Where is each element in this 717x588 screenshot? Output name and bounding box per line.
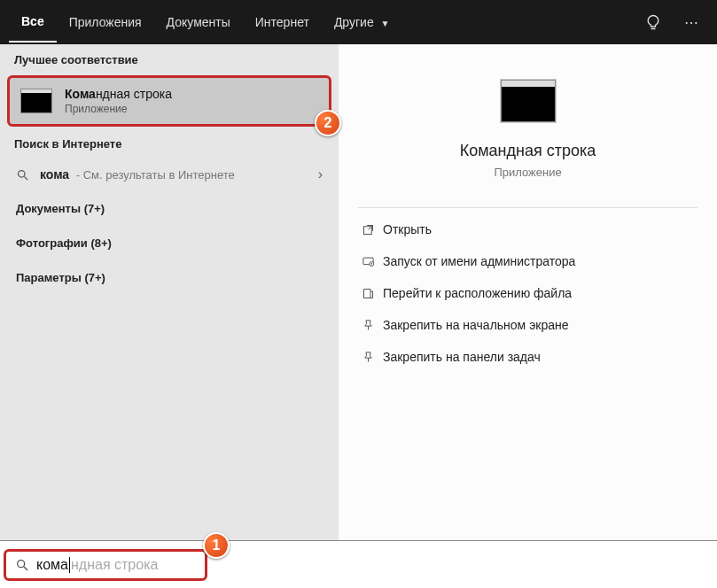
best-match-title: Командная строка <box>65 87 172 101</box>
folder-icon <box>362 287 383 300</box>
tab-more[interactable]: Другие ▼ <box>322 3 402 42</box>
preview-pane: Командная строка Приложение Открыть Запу… <box>339 44 717 540</box>
category-photos[interactable]: Фотографии (8+) <box>0 226 339 260</box>
web-search-header: Поиск в Интернете <box>0 128 339 158</box>
action-open-label: Открыть <box>383 222 432 236</box>
svg-line-1 <box>24 176 27 180</box>
action-pin-taskbar[interactable]: Закрепить на панели задач <box>339 341 717 373</box>
feedback-icon[interactable] <box>644 13 676 31</box>
action-pin-start-label: Закрепить на начальном экране <box>383 318 569 332</box>
pin-taskbar-icon <box>362 351 383 364</box>
search-bar: командная строка 1 <box>0 540 717 588</box>
tab-more-label: Другие <box>334 15 374 29</box>
annotation-badge-2: 2 <box>315 110 341 136</box>
action-open-location[interactable]: Перейти к расположению файла <box>339 277 717 309</box>
search-text: командная строка <box>36 557 158 573</box>
best-match-header: Лучшее соответствие <box>0 44 339 74</box>
preview-title: Командная строка <box>460 142 596 160</box>
best-match-subtitle: Приложение <box>65 103 172 115</box>
search-icon <box>15 558 29 572</box>
action-pin-start[interactable]: Закрепить на начальном экране <box>339 309 717 341</box>
more-options-icon[interactable]: ⋯ <box>676 14 708 31</box>
web-query: кома - См. результаты в Интернете <box>40 167 235 182</box>
svg-point-7 <box>18 560 25 567</box>
action-admin-label: Запуск от имени администратора <box>383 254 575 268</box>
action-pin-taskbar-label: Закрепить на панели задач <box>383 350 541 364</box>
search-typed: кома <box>36 557 68 573</box>
tab-apps[interactable]: Приложения <box>57 3 154 42</box>
search-ghost: ндная строка <box>71 557 158 573</box>
tab-all[interactable]: Все <box>9 2 57 43</box>
admin-icon <box>362 255 383 268</box>
svg-point-6 <box>371 262 373 264</box>
search-icon <box>16 168 29 182</box>
divider <box>358 207 698 208</box>
search-input[interactable]: командная строка 1 <box>4 549 207 581</box>
cmd-icon <box>20 89 52 113</box>
caret-icon <box>69 557 70 573</box>
pin-start-icon <box>362 319 383 332</box>
chevron-down-icon: ▼ <box>381 19 390 28</box>
svg-point-0 <box>19 170 26 177</box>
annotation-badge-1: 1 <box>203 532 230 559</box>
best-match-rest: ндная строка <box>96 87 172 101</box>
best-match-prefix: Кома <box>65 87 96 101</box>
chevron-right-icon: › <box>318 166 323 182</box>
action-open[interactable]: Открыть <box>339 213 717 245</box>
tab-documents[interactable]: Документы <box>154 3 243 42</box>
preview-app-icon <box>501 80 556 122</box>
web-search-result[interactable]: кома - См. результаты в Интернете › <box>0 158 339 191</box>
search-scope-tabs: Все Приложения Документы Интернет Другие… <box>0 0 717 44</box>
preview-subtitle: Приложение <box>494 166 561 179</box>
action-run-as-admin[interactable]: Запуск от имени администратора <box>339 245 717 277</box>
tab-web[interactable]: Интернет <box>243 3 322 42</box>
results-pane: Лучшее соответствие Командная строка При… <box>0 44 339 540</box>
web-query-prefix: кома <box>40 167 69 182</box>
action-location-label: Перейти к расположению файла <box>383 286 572 300</box>
category-settings[interactable]: Параметры (7+) <box>0 260 339 295</box>
category-documents[interactable]: Документы (7+) <box>0 191 339 226</box>
web-query-hint: - См. результаты в Интернете <box>73 168 235 182</box>
svg-line-8 <box>24 567 27 570</box>
open-icon <box>362 223 383 236</box>
best-match-result[interactable]: Командная строка Приложение 2 <box>7 75 331 127</box>
